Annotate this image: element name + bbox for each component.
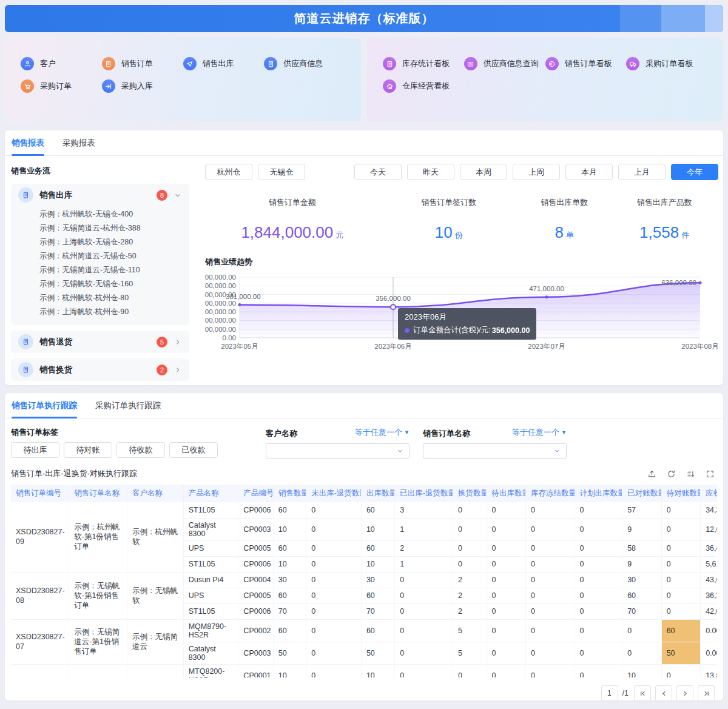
column-header: 待出库数量 [487,485,525,502]
last-page-button[interactable] [698,685,715,701]
flow-item-link[interactable]: 示例：杭州简道云-无锡仓-50 [39,249,189,263]
svg-text:300,000.00: 300,000.00 [205,308,236,315]
product-code-cell: CP0004 [238,572,273,588]
value-cell: 10 [622,664,661,677]
period-filter-button[interactable]: 上月 [618,164,666,180]
operator-link[interactable]: 等于任意一个 ▼ [355,427,410,438]
flow-item-link[interactable]: 示例：上海帆软-杭州仓-90 [39,305,189,319]
chevron-right-icon[interactable] [174,366,182,374]
shortcut-purchase-inbound[interactable]: 采购入库 [102,79,183,93]
kpi-value: 1,844,000.00元 [205,223,380,242]
sales-flow-sidebar: 销售业务流 销售出库8示例：杭州帆软-无锡仓-400示例：无锡简道云-杭州仓-3… [11,164,189,386]
shortcut-warehouse-board[interactable]: 仓库经营看板 [383,79,464,93]
order-tag-button[interactable]: 待收款 [116,442,165,458]
flow-section-header[interactable]: 销售出库8 [11,184,189,206]
value-cell: 0 [453,556,487,572]
flow-section-label: 销售换货 [39,365,157,375]
value-cell: 12,633.3 [701,518,717,540]
chevron-right-icon[interactable] [174,338,182,346]
sales-return-doc-icon [18,334,33,349]
shortcut-inventory-stats[interactable]: 库存统计看板 [383,57,464,70]
period-filter-button[interactable]: 本月 [565,164,613,180]
value-cell: 0 [487,603,525,619]
table-title: 销售订单-出库-退换货-对账执行跟踪 [11,468,137,479]
next-page-button[interactable] [676,685,693,701]
flow-section-header[interactable]: 销售换货2 [11,358,189,381]
period-filter-button[interactable]: 本周 [460,164,507,180]
shortcut-sales-outbound[interactable]: 销售出库 [183,57,265,70]
value-cell: 0 [306,642,362,664]
customer-cell: 示例：杭州帆软 [127,502,183,572]
value-cell: 0 [575,540,622,556]
shortcut-supplier-query[interactable]: 供应商信息查询 [464,57,545,70]
warehouse-filter-button[interactable]: 无锡仓 [258,164,305,180]
sales-trend-chart[interactable]: 700,000.00600,000.00500,000.00400,000.00… [205,272,718,355]
value-cell: 0 [575,556,622,572]
value-cell: 0 [453,502,487,518]
flow-item-link[interactable]: 示例：杭州帆软-杭州仓-80 [39,291,189,305]
flow-section-销售换货: 销售换货2 [11,358,189,381]
filter-select-input[interactable] [423,443,567,459]
shortcut-purchase-board[interactable]: 采购订单看板 [626,57,707,70]
shortcut-supplier-info[interactable]: 供应商信息 [264,57,345,70]
value-cell: 0 [525,518,575,540]
value-cell: 10 [361,556,394,572]
flow-section-label: 销售出库 [39,190,157,201]
value-cell: 2 [395,540,453,556]
nav-panel-dashboards: 库存统计看板供应商信息查询销售订单看板采购订单看板仓库经营看板 [367,38,723,121]
value-cell: 0 [395,572,453,588]
sales-flow-title: 销售业务流 [11,166,189,176]
fullscreen-icon[interactable] [706,469,715,479]
report-tab[interactable]: 采购报表 [62,130,95,155]
flow-item-link[interactable]: 示例：无锡帆软-无锡仓-160 [39,277,189,291]
svg-text:2023年05月: 2023年05月 [221,343,258,350]
value-cell: 60 [273,540,306,556]
order-tag-button[interactable]: 待对账 [64,442,112,458]
shortcut-row: 客户销售订单销售出库供应商信息采购订单采购入库 库存统计看板供应商信息查询销售订… [5,38,723,121]
value-cell: 0 [525,619,575,642]
purchase-order-icon [21,79,34,93]
display-settings-icon[interactable] [686,469,695,479]
value-cell: 10 [361,518,394,540]
flow-section-header[interactable]: 销售退货5 [11,331,189,353]
value-cell: 0 [575,518,622,540]
period-filter-button[interactable]: 上周 [513,164,560,180]
warehouse-filter-button[interactable]: 杭州仓 [205,164,252,180]
order-name-cell: 示例：无锡帆软-第1份销售订单 [69,572,127,619]
report-tab[interactable]: 销售报表 [12,130,44,155]
shortcut-customer[interactable]: 客户 [21,57,102,70]
shortcut-purchase-order[interactable]: 采购订单 [21,79,102,93]
export-icon[interactable] [647,469,656,479]
order-tag-button[interactable]: 已收款 [169,442,218,458]
operator-link[interactable]: 等于任意一个 ▼ [512,427,567,438]
value-cell: 0 [575,502,622,518]
flow-item-link[interactable]: 示例：上海帆软-无锡仓-280 [39,235,189,249]
tracking-tab[interactable]: 采购订单执行跟踪 [95,393,161,418]
shortcut-sales-board[interactable]: 销售订单看板 [545,57,627,70]
refresh-icon[interactable] [667,469,676,479]
value-cell: 43,685.1 [701,572,717,588]
shortcut-sales-order[interactable]: 销售订单 [102,57,183,70]
report-main: 杭州仓无锡仓 今天昨天本周上周本月上月今年 销售订单金额1,844,000.00… [205,164,718,386]
value-cell: 60 [273,619,306,642]
column-header: 计划出库数量 [575,485,622,502]
order-tag-button[interactable]: 待出库 [11,442,59,458]
flow-item-link[interactable]: 示例：无锡简道云-无锡仓-110 [39,263,189,277]
prev-page-button[interactable] [655,685,672,701]
chevron-down-icon[interactable] [174,191,182,200]
period-filter-button[interactable]: 昨天 [407,164,454,180]
page-number-input[interactable]: 1 [601,685,618,701]
first-page-button[interactable] [634,685,651,701]
value-cell: 1 [395,518,453,540]
period-filter-button[interactable]: 今年 [671,164,718,180]
kpi-card: 销售订单金额1,844,000.00元 [205,197,380,242]
filter-select-input[interactable] [266,443,410,459]
kpi-unit: 元 [335,230,343,240]
period-filter-button[interactable]: 今天 [354,164,402,180]
value-cell: 0 [661,603,700,619]
sales-trend-chart-block: 销售业绩趋势 700,000.00600,000.00500,000.00400… [205,257,718,355]
flow-item-link[interactable]: 示例：杭州帆软-无锡仓-400 [39,207,189,221]
tracking-tab[interactable]: 销售订单执行跟踪 [12,393,77,418]
product-code-cell: CP0003 [238,642,273,664]
flow-item-link[interactable]: 示例：无锡简道云-杭州仓-388 [39,221,189,235]
